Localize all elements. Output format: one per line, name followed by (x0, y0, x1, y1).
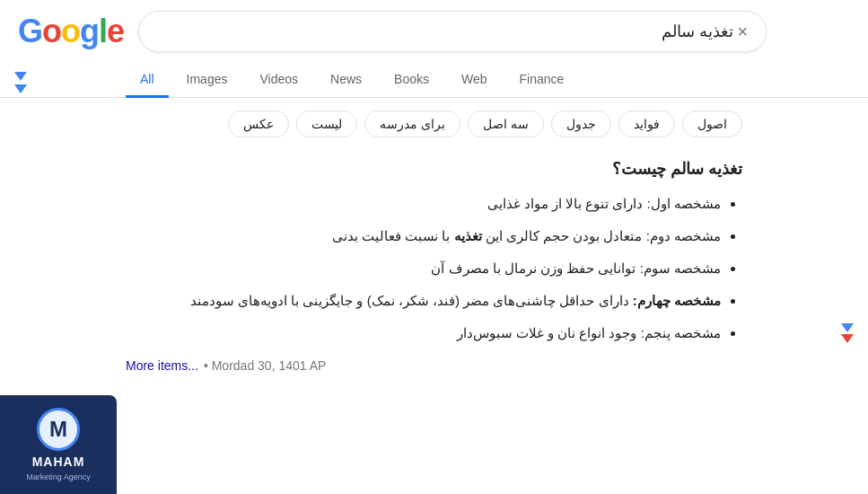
tab-images[interactable]: Images (172, 63, 242, 98)
result-title: تغذیه سالم چیست؟ (126, 159, 742, 179)
list-item: مشخصه دوم: متعادل بودن حجم کالری این تغذ… (126, 225, 721, 247)
right-chevron-icon-2[interactable] (841, 334, 854, 343)
chip-se-asl[interactable]: سه اصل (468, 110, 544, 137)
maham-sub-label: Marketing Agency (26, 472, 91, 481)
chip-list[interactable]: لیست (296, 110, 357, 137)
tab-videos[interactable]: Videos (245, 63, 312, 98)
tab-news[interactable]: News (316, 63, 376, 98)
chip-madrasa[interactable]: برای مدرسه (364, 110, 460, 137)
list-item: مشخصه پنجم: وجود انواع نان و غلات سبوس‌د… (126, 322, 721, 344)
main-content: تغذیه سالم چیست؟ مشخصه اول: دارای تنوع ب… (0, 150, 868, 382)
list-item: مشخصه سوم: توانایی حفظ وزن نرمال با مصرف… (126, 258, 721, 279)
maham-circle-icon: M (37, 408, 80, 451)
search-input[interactable] (153, 22, 733, 41)
list-item: مشخصه چهارم: دارای حداقل چاشنی‌های مضر (… (126, 290, 721, 312)
tab-finance[interactable]: Finance (505, 63, 579, 98)
chip-favaed[interactable]: فواید (618, 110, 675, 137)
google-logo: Google (18, 13, 124, 50)
chevron-down-icon[interactable] (14, 72, 27, 81)
nav-tabs: All Images Videos News Books Web Finance (0, 63, 868, 98)
clear-icon[interactable]: × (733, 18, 751, 46)
left-chevrons (14, 72, 27, 93)
more-items-link[interactable]: More items... (126, 358, 198, 373)
more-items-row: More items... • Mordad 30, 1401 AP (126, 358, 742, 373)
result-list: مشخصه اول: دارای تنوع بالا از مواد غذایی… (126, 193, 742, 344)
chip-osoul[interactable]: اصول (682, 110, 742, 137)
maham-logo: M MAHAM Marketing Agency (0, 395, 117, 494)
header: Google × (0, 0, 868, 52)
tab-books[interactable]: Books (380, 63, 443, 98)
result-date: • Mordad 30, 1401 AP (204, 358, 326, 373)
tab-web[interactable]: Web (447, 63, 502, 98)
right-chevron-icon-1[interactable] (841, 323, 854, 332)
chip-aks[interactable]: عکس (228, 110, 289, 137)
list-item: مشخصه اول: دارای تنوع بالا از مواد غذایی (126, 193, 721, 215)
chevron-down-icon-2[interactable] (14, 84, 27, 93)
search-bar: × (138, 11, 767, 52)
right-chevrons (841, 323, 854, 343)
chip-jadval[interactable]: جدول (551, 110, 611, 137)
maham-brand-name: MAHAM (32, 454, 85, 469)
filter-chips: اصول فواید جدول سه اصل برای مدرسه لیست ع… (0, 98, 868, 150)
tab-all[interactable]: All (126, 63, 169, 98)
